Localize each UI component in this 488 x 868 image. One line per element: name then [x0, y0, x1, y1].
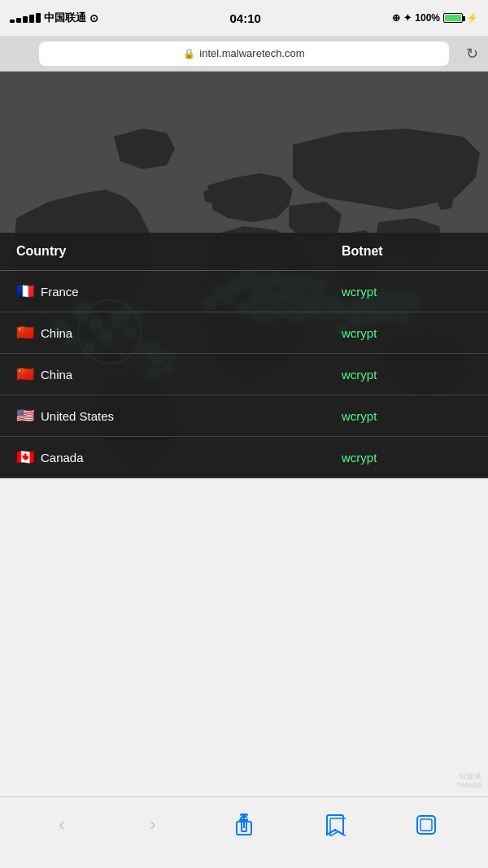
table-row[interactable]: 🇨🇳 China wcrypt [0, 354, 488, 395]
flag-icon-3: 🇺🇸 [16, 407, 34, 425]
wifi-icon: ⊙ [89, 12, 98, 24]
location-icon: ⊕ [392, 12, 400, 24]
battery-percent: 100% [415, 12, 440, 24]
browser-bar: 🔒 intel.malwaretech.com ↻ [0, 36, 488, 72]
row-country-0: 🇫🇷 France [16, 282, 342, 300]
table-row[interactable]: 🇫🇷 France wcrypt [0, 271, 488, 312]
country-name-2: China [41, 368, 72, 382]
data-table: Country Botnet 🇫🇷 France wcrypt 🇨🇳 China… [0, 233, 488, 478]
row-country-4: 🇨🇦 Canada [16, 448, 342, 466]
charging-icon: ⚡ [466, 12, 478, 24]
bookmarks-icon [325, 813, 346, 836]
country-name-1: China [41, 326, 72, 340]
signal-dots [10, 13, 41, 23]
table-row[interactable]: 🇨🇦 Canada wcrypt [0, 437, 488, 478]
url-text: intel.malwaretech.com [199, 47, 304, 59]
back-icon: ‹ [59, 814, 64, 835]
flag-icon-1: 🇨🇳 [16, 324, 34, 342]
table-body: 🇫🇷 France wcrypt 🇨🇳 China wcrypt 🇨🇳 Chin… [0, 271, 488, 478]
lock-icon: 🔒 [183, 48, 195, 59]
tabs-icon [416, 814, 437, 835]
carrier: 中国联通 [44, 11, 86, 25]
forward-button[interactable]: › [133, 807, 173, 843]
row-botnet-0: wcrypt [342, 285, 472, 299]
forward-icon: › [150, 814, 155, 835]
svg-rect-6 [420, 819, 432, 831]
tabs-button[interactable] [406, 807, 447, 843]
back-button[interactable]: ‹ [41, 807, 82, 843]
row-botnet-2: wcrypt [342, 368, 472, 382]
status-right: ⊕ ✦ 100% ⚡ [392, 12, 478, 24]
column-header-country: Country [16, 244, 342, 259]
time: 04:10 [229, 11, 260, 25]
country-name-3: United States [41, 409, 114, 423]
table-row[interactable]: 🇨🇳 China wcrypt [0, 312, 488, 354]
column-header-botnet: Botnet [342, 244, 472, 259]
country-name-4: Canada [41, 451, 84, 465]
table-header: Country Botnet [0, 233, 488, 271]
row-country-1: 🇨🇳 China [16, 324, 342, 342]
reload-button[interactable]: ↻ [466, 45, 478, 63]
status-bar: 中国联通 ⊙ 04:10 ⊕ ✦ 100% ⚡ [0, 0, 488, 36]
map-container: Country Botnet 🇫🇷 France wcrypt 🇨🇳 China… [0, 72, 488, 478]
row-country-3: 🇺🇸 United States [16, 407, 342, 425]
bluetooth-icon: ✦ [403, 12, 412, 24]
row-botnet-3: wcrypt [342, 409, 472, 423]
bottom-toolbar: ‹ › [0, 796, 488, 868]
status-left: 中国联通 ⊙ [10, 11, 98, 25]
table-row[interactable]: 🇺🇸 United States wcrypt [0, 395, 488, 437]
flag-icon-4: 🇨🇦 [16, 448, 34, 466]
battery-icon [443, 13, 463, 23]
flag-icon-0: 🇫🇷 [16, 282, 34, 300]
row-botnet-4: wcrypt [342, 451, 472, 465]
country-name-0: France [41, 285, 79, 299]
share-button[interactable] [224, 807, 264, 843]
flag-icon-2: 🇨🇳 [16, 365, 34, 383]
row-country-2: 🇨🇳 China [16, 365, 342, 383]
url-bar[interactable]: 🔒 intel.malwaretech.com [39, 41, 449, 66]
share-icon [234, 813, 254, 836]
bookmarks-button[interactable] [315, 807, 355, 843]
watermark: 钛媒体TiMedia [455, 772, 481, 791]
row-botnet-1: wcrypt [342, 326, 472, 340]
